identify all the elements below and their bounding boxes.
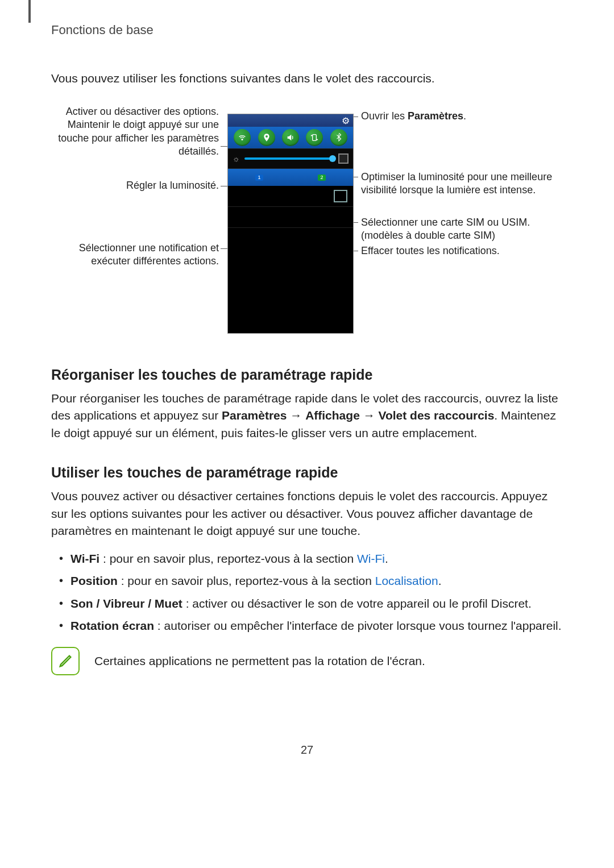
sim-badge: 1 (255, 175, 263, 181)
text: . (385, 552, 388, 565)
text: . (463, 110, 466, 122)
sound-icon (282, 129, 299, 146)
notification-row (228, 186, 353, 207)
list-item: Son / Vibreur / Muet : activer ou désact… (51, 594, 563, 613)
svg-point-0 (242, 139, 243, 140)
text-strong: Volet des raccourcis (378, 409, 494, 422)
note-icon (51, 647, 80, 675)
text-strong: Paramètres (222, 409, 287, 422)
brightness-icon: ☼ (233, 154, 240, 163)
top-corner-rule (28, 0, 31, 23)
callout-open-settings: Ouvrir les Paramètres. (361, 110, 566, 123)
arrow: → (360, 409, 379, 422)
brightness-slider (244, 157, 334, 160)
sim-1: 1 (228, 175, 291, 181)
paragraph-use-toggles: Vous pouvez activer ou désactiver certai… (51, 488, 563, 539)
text: : autoriser ou empêcher l'interface de p… (154, 619, 562, 632)
bullet-list: Wi-Fi : pour en savoir plus, reportez-vo… (51, 549, 563, 636)
annotated-screenshot: Activer ou désactiver des options. Maint… (51, 105, 563, 344)
rotation-icon (306, 129, 323, 146)
callout-clear: Effacer toutes les notifications. (361, 244, 566, 258)
status-bar: ⚙ (228, 114, 353, 127)
text-strong: Son / Vibreur / Muet (70, 597, 182, 610)
auto-brightness-checkbox (338, 153, 349, 164)
phone-panel-mock: ⚙ ☼ (227, 114, 354, 334)
list-item: Wi-Fi : pour en savoir plus, reportez-vo… (51, 549, 563, 568)
heading-reorganize: Réorganiser les touches de paramétrage r… (51, 367, 563, 383)
callout-brightness: Régler la luminosité. (51, 179, 219, 192)
wifi-icon (234, 129, 251, 146)
callout-sim: Sélectionner une carte SIM ou USIM. (mod… (361, 216, 566, 243)
section-header: Fonctions de base (51, 23, 563, 38)
link-localisation[interactable]: Localisation (375, 574, 438, 587)
heading-use-toggles: Utiliser les touches de paramétrage rapi… (51, 464, 563, 481)
text: : activer ou désactiver le son de votre … (182, 597, 532, 610)
note-text: Certaines applications ne permettent pas… (94, 654, 425, 668)
callout-notification: Sélectionner une notification et exécute… (51, 242, 219, 268)
paragraph-reorganize: Pour réorganiser les touches de paramétr… (51, 390, 563, 442)
text-strong: Rotation écran (70, 619, 154, 632)
list-item: Position : pour en savoir plus, reportez… (51, 571, 563, 591)
bluetooth-icon (330, 129, 347, 146)
sim-2: 2 (291, 175, 353, 181)
list-item: Rotation écran : autoriser ou empêcher l… (51, 616, 563, 636)
text: : pour en savoir plus, reportez-vous à l… (118, 574, 375, 587)
sim-selector-row: 1 2 (228, 169, 353, 186)
arrow: → (287, 409, 305, 422)
note-box: Certaines applications ne permettent pas… (51, 647, 563, 675)
page-number: 27 (51, 744, 563, 757)
notification-row (228, 207, 353, 228)
text-strong: Paramètres (408, 110, 463, 122)
quick-toggle-row (228, 127, 353, 148)
sim-badge: 2 (318, 175, 326, 181)
text-strong: Position (70, 574, 118, 587)
location-icon (258, 129, 275, 146)
gear-icon: ⚙ (342, 115, 350, 126)
brightness-row: ☼ (228, 148, 353, 169)
text-strong: Wi-Fi (70, 552, 99, 565)
clear-notifications-icon (334, 190, 347, 202)
text: : pour en savoir plus, reportez-vous à l… (99, 552, 357, 565)
text-strong: Affichage (305, 409, 360, 422)
callout-toggles: Activer ou désactiver des options. Maint… (51, 105, 219, 159)
link-wifi[interactable]: Wi-Fi (357, 552, 385, 565)
svg-rect-1 (313, 135, 317, 141)
text: . (438, 574, 442, 587)
callout-optimize-brightness: Optimiser la luminosité pour une meilleu… (361, 171, 566, 197)
text: Ouvrir les (361, 110, 408, 122)
intro-text: Vous pouvez utiliser les fonctions suiva… (51, 72, 563, 85)
